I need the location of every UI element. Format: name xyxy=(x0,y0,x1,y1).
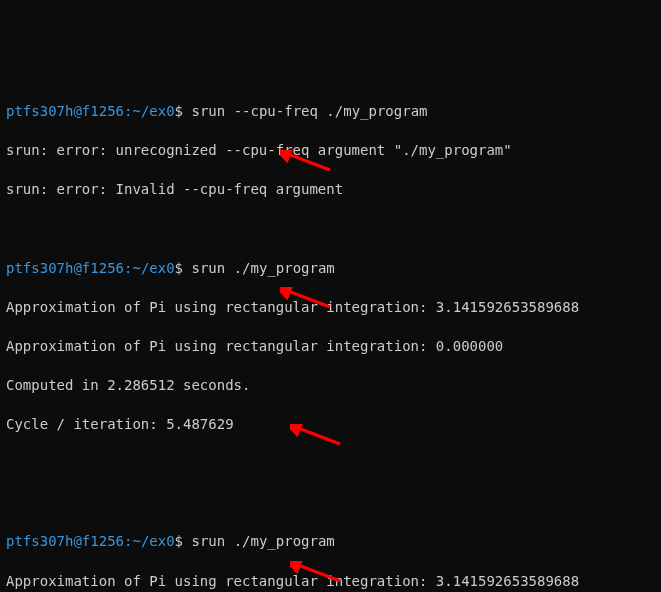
command-text: srun ./my_program xyxy=(191,260,334,276)
output-line: Approximation of Pi using rectangular in… xyxy=(6,572,655,592)
error-line: srun: error: Invalid --cpu-freq argument xyxy=(6,180,655,200)
prompt-dollar: $ xyxy=(175,260,183,276)
output-line: Approximation of Pi using rectangular in… xyxy=(6,298,655,318)
blank-line xyxy=(6,455,655,474)
prompt-dollar: $ xyxy=(175,533,183,549)
prompt-user-host: ptfs307h@f1256 xyxy=(6,103,124,119)
command-text: srun ./my_program xyxy=(191,533,334,549)
prompt-path: ~/ex0 xyxy=(132,533,174,549)
prompt-line: ptfs307h@f1256:~/ex0$ srun ./my_program xyxy=(6,532,655,552)
error-line: srun: error: unrecognized --cpu-freq arg… xyxy=(6,141,655,161)
output-time-line: Computed in 2.286512 seconds. xyxy=(6,376,655,396)
prompt-path: ~/ex0 xyxy=(132,260,174,276)
prompt-line: ptfs307h@f1256:~/ex0$ srun --cpu-freq ./… xyxy=(6,102,655,122)
command-text: srun --cpu-freq ./my_program xyxy=(191,103,427,119)
prompt-user-host: ptfs307h@f1256 xyxy=(6,533,124,549)
prompt-path: ~/ex0 xyxy=(132,103,174,119)
prompt-user-host: ptfs307h@f1256 xyxy=(6,260,124,276)
prompt-dollar: $ xyxy=(175,103,183,119)
prompt-line: ptfs307h@f1256:~/ex0$ srun ./my_program xyxy=(6,259,655,279)
output-cycle-line: Cycle / iteration: 5.487629 xyxy=(6,415,655,435)
output-line: Approximation of Pi using rectangular in… xyxy=(6,337,655,357)
